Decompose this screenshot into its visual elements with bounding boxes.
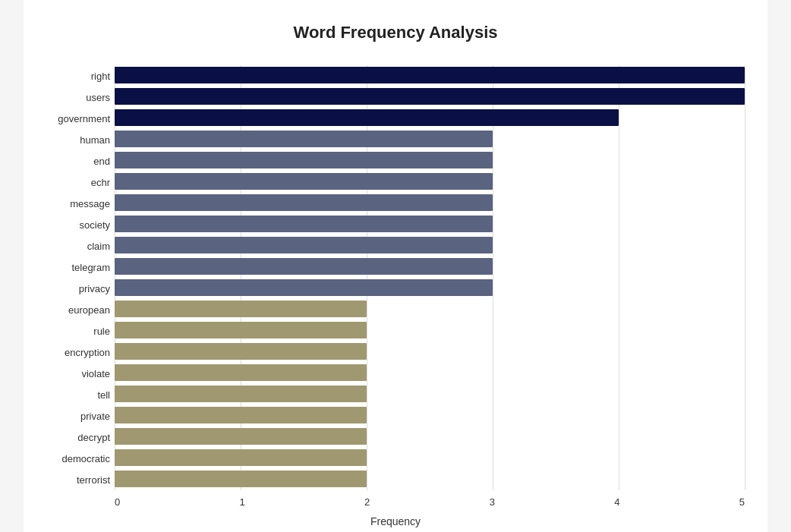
x-axis-label: 5 bbox=[739, 496, 745, 508]
y-axis-label: human bbox=[46, 135, 110, 145]
bar-row bbox=[115, 342, 745, 361]
bar-row bbox=[115, 87, 745, 106]
bars-and-grid bbox=[115, 65, 745, 490]
y-axis-label: users bbox=[46, 93, 110, 102]
y-axis-label: encryption bbox=[46, 348, 110, 357]
y-axis-label: society bbox=[46, 220, 110, 230]
bar-row bbox=[115, 235, 745, 255]
y-axis-label: government bbox=[46, 114, 110, 124]
x-axis-labels: 012345 bbox=[115, 496, 745, 508]
y-axis-label: message bbox=[46, 199, 110, 209]
bar-row bbox=[115, 363, 745, 382]
y-axis-label: tell bbox=[46, 390, 110, 400]
bar-row bbox=[115, 469, 745, 489]
y-axis-label: right bbox=[46, 71, 110, 81]
bar bbox=[115, 279, 493, 296]
bar-row bbox=[115, 108, 745, 127]
bar-row bbox=[115, 150, 745, 170]
bar-row bbox=[115, 214, 745, 234]
y-axis-label: claim bbox=[46, 241, 110, 251]
bar bbox=[115, 131, 493, 147]
grid-line bbox=[745, 65, 745, 490]
bar bbox=[115, 194, 493, 211]
bar-row bbox=[115, 405, 745, 425]
bar-row bbox=[115, 427, 745, 446]
bar bbox=[115, 67, 745, 83]
chart-area: rightusersgovernmenthumanendechrmessages… bbox=[46, 65, 745, 490]
x-axis-label: 1 bbox=[240, 496, 245, 508]
bar-row bbox=[115, 257, 745, 276]
bar bbox=[115, 471, 367, 487]
y-axis-labels: rightusersgovernmenthumanendechrmessages… bbox=[46, 65, 115, 490]
bar bbox=[115, 322, 367, 338]
y-axis-label: violate bbox=[46, 369, 110, 379]
x-axis-label: 3 bbox=[490, 496, 495, 508]
bar-row bbox=[115, 193, 745, 212]
bar bbox=[115, 152, 493, 168]
bar bbox=[115, 428, 367, 445]
bar-row bbox=[115, 172, 745, 191]
bar-row bbox=[115, 65, 745, 85]
bar bbox=[115, 364, 367, 381]
y-axis-label: end bbox=[46, 156, 110, 166]
y-axis-label: privacy bbox=[46, 284, 110, 294]
bar-row bbox=[115, 448, 745, 467]
bar bbox=[115, 258, 493, 275]
y-axis-label: rule bbox=[46, 326, 110, 336]
y-axis-label: echr bbox=[46, 178, 110, 187]
bar bbox=[115, 407, 367, 423]
bar bbox=[115, 237, 493, 253]
bar bbox=[115, 173, 493, 190]
y-axis-label: european bbox=[46, 305, 110, 315]
bar-row bbox=[115, 129, 745, 149]
y-axis-label: private bbox=[46, 411, 110, 421]
bar-row bbox=[115, 299, 745, 319]
bar bbox=[115, 216, 493, 232]
bar bbox=[115, 386, 367, 402]
x-axis-label: 4 bbox=[614, 496, 619, 508]
bar bbox=[115, 343, 367, 360]
y-axis-label: telegram bbox=[46, 263, 110, 272]
chart-container: Word Frequency Analysis rightusersgovern… bbox=[24, 0, 767, 532]
bar-row bbox=[115, 278, 745, 297]
bar bbox=[115, 109, 619, 126]
y-axis-label: terrorist bbox=[46, 475, 110, 485]
bar-row bbox=[115, 384, 745, 404]
bar-row bbox=[115, 320, 745, 340]
bar bbox=[115, 301, 367, 317]
x-axis-label: 2 bbox=[364, 496, 370, 508]
x-axis-title: Frequency bbox=[46, 515, 745, 527]
x-axis: 012345 bbox=[46, 496, 745, 508]
bar bbox=[115, 449, 367, 466]
x-axis-label: 0 bbox=[115, 496, 120, 508]
y-axis-label: democratic bbox=[46, 454, 110, 464]
y-axis-label: decrypt bbox=[46, 433, 110, 442]
bar bbox=[115, 88, 745, 105]
chart-title: Word Frequency Analysis bbox=[46, 23, 745, 42]
